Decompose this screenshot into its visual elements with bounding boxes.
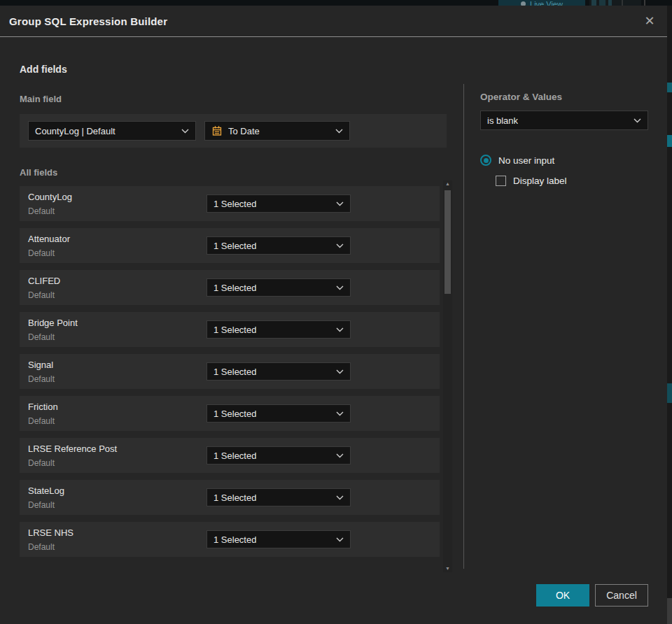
close-icon[interactable]: ✕ (642, 13, 657, 29)
group-sql-expression-builder-dialog: Group SQL Expression Builder ✕ Add field… (0, 6, 667, 624)
live-view-button[interactable]: Live View (498, 0, 585, 6)
row-selected-dropdown-value: 1 Selected (214, 492, 256, 503)
operator-values-label: Operator & Values (480, 92, 562, 102)
row-selected-dropdown-value: 1 Selected (214, 199, 256, 209)
chevron-down-icon (336, 537, 344, 542)
field-subtitle: Default (28, 416, 55, 426)
background-app-right-strip (667, 6, 672, 624)
field-name: Signal (28, 360, 53, 370)
dialog-title: Group SQL Expression Builder (9, 6, 167, 37)
background-fragment (667, 135, 672, 147)
ok-button[interactable]: OK (536, 584, 589, 607)
field-name: LRSE NHS (28, 527, 74, 538)
row-selected-dropdown[interactable]: 1 Selected (206, 320, 351, 339)
field-row: Attenuator Default 1 Selected (20, 228, 440, 263)
chevron-down-icon (336, 327, 344, 332)
main-value-select-content: To Date (211, 125, 260, 136)
radio-dot (484, 158, 489, 163)
scrollbar-up-icon[interactable]: ▲ (443, 180, 452, 187)
cancel-button[interactable]: Cancel (595, 584, 648, 607)
operator-select[interactable]: is blank (480, 111, 648, 130)
chevron-down-icon (336, 243, 344, 248)
main-field-label: Main field (20, 94, 62, 104)
row-selected-dropdown[interactable]: 1 Selected (206, 488, 351, 506)
display-label-checkbox[interactable]: Display label (496, 176, 567, 186)
row-selected-dropdown[interactable]: 1 Selected (206, 362, 351, 381)
field-subtitle: Default (28, 458, 55, 468)
field-subtitle: Default (28, 332, 55, 342)
list-scrollbar[interactable]: ▲ ▼ (443, 180, 452, 572)
row-selected-dropdown-value: 1 Selected (214, 283, 256, 293)
chevron-down-icon (181, 129, 189, 134)
background-fragment (589, 0, 641, 6)
field-name: LRSE Reference Post (28, 444, 117, 454)
dialog-header: Group SQL Expression Builder ✕ (0, 6, 667, 37)
field-row: CountyLog Default 1 Selected (20, 186, 440, 221)
main-field-container: CountyLog | Default To Date (20, 114, 447, 148)
field-row: LRSE Reference Post Default 1 Selected (20, 438, 440, 473)
add-fields-heading: Add fields (20, 64, 67, 75)
panel-divider (463, 84, 464, 569)
field-name: Bridge Point (28, 318, 78, 328)
background-fragment (644, 0, 645, 6)
row-selected-dropdown[interactable]: 1 Selected (206, 530, 351, 548)
field-name: CountyLog (28, 192, 72, 202)
field-subtitle: Default (28, 500, 55, 510)
calendar-icon (211, 125, 223, 136)
radio-selected-icon (480, 155, 491, 166)
chevron-down-icon (336, 285, 344, 290)
row-selected-dropdown[interactable]: 1 Selected (206, 446, 351, 465)
field-subtitle: Default (28, 290, 55, 300)
chevron-down-icon (634, 118, 641, 123)
live-view-label: Live View (530, 0, 563, 6)
field-subtitle: Default (28, 248, 55, 258)
field-subtitle: Default (28, 374, 55, 384)
all-fields-label: All fields (20, 167, 57, 178)
row-selected-dropdown-value: 1 Selected (214, 534, 256, 545)
checkbox-unchecked-icon (496, 176, 506, 186)
field-row: LRSE NHS Default 1 Selected (20, 522, 440, 557)
field-name: Attenuator (28, 234, 70, 244)
main-field-select[interactable]: CountyLog | Default (28, 121, 196, 141)
row-selected-dropdown-value: 1 Selected (214, 325, 256, 335)
chevron-down-icon (336, 495, 344, 500)
scrollbar-thumb[interactable] (444, 190, 451, 294)
background-app-top-strip: Live View (0, 0, 672, 6)
operator-select-value: is blank (487, 115, 518, 126)
main-value-select[interactable]: To Date (204, 121, 350, 141)
no-user-input-radio[interactable]: No user input (480, 155, 554, 166)
background-fragment (667, 598, 672, 624)
row-selected-dropdown-value: 1 Selected (214, 241, 256, 251)
field-subtitle: Default (28, 542, 55, 552)
row-selected-dropdown[interactable]: 1 Selected (206, 194, 351, 213)
row-selected-dropdown[interactable]: 1 Selected (206, 236, 351, 255)
scrollbar-down-icon[interactable]: ▼ (443, 565, 452, 572)
main-value-select-value: To Date (228, 126, 260, 136)
chevron-down-icon (336, 453, 344, 458)
row-selected-dropdown[interactable]: 1 Selected (206, 278, 351, 297)
chevron-down-icon (336, 201, 344, 206)
row-selected-dropdown-value: 1 Selected (214, 409, 256, 419)
chevron-down-icon (336, 369, 344, 374)
field-row: StateLog Default 1 Selected (20, 480, 440, 515)
background-fragment (667, 83, 672, 92)
no-user-input-label: No user input (498, 155, 554, 166)
field-row: Friction Default 1 Selected (20, 396, 440, 431)
row-selected-dropdown[interactable]: 1 Selected (206, 404, 351, 423)
all-fields-list: CountyLog Default 1 Selected Attenuator … (20, 186, 440, 564)
row-selected-dropdown-value: 1 Selected (214, 451, 256, 461)
display-label-text: Display label (513, 176, 567, 186)
field-subtitle: Default (28, 206, 55, 216)
background-fragment (667, 383, 672, 403)
field-row: Signal Default 1 Selected (20, 354, 440, 389)
field-name: CLIFED (28, 276, 60, 286)
main-field-select-value: CountyLog | Default (35, 126, 115, 136)
field-row: CLIFED Default 1 Selected (20, 270, 440, 305)
field-name: Friction (28, 402, 58, 412)
row-selected-dropdown-value: 1 Selected (214, 367, 256, 377)
chevron-down-icon (336, 411, 344, 416)
chevron-down-icon (335, 129, 343, 134)
field-name: StateLog (28, 485, 64, 496)
field-row: Bridge Point Default 1 Selected (20, 312, 440, 347)
